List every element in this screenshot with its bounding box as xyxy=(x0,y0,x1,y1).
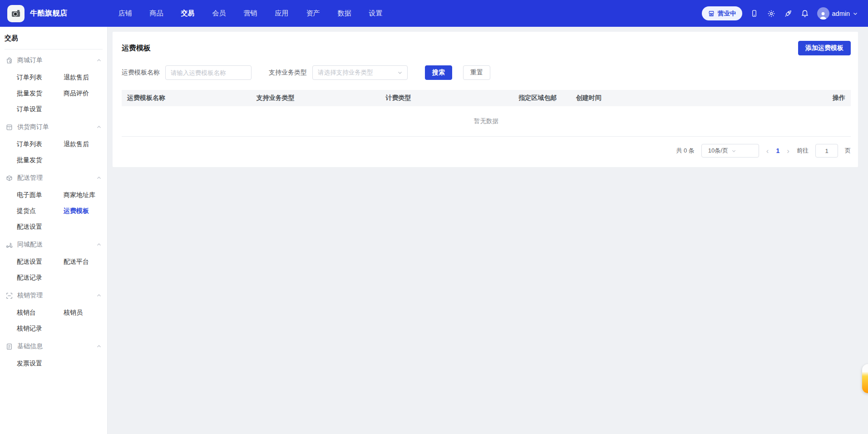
chevron-up-icon xyxy=(96,58,102,63)
column-template-name: 运费模板名称 xyxy=(127,94,256,102)
city-delivery-icon xyxy=(5,241,13,249)
prev-page-button[interactable]: ‹ xyxy=(766,147,769,155)
sidebar-group-header[interactable]: 基础信息 xyxy=(5,337,103,355)
sidebar-group-header[interactable]: 配送管理 xyxy=(5,169,103,187)
sidebar-item-delivery-records[interactable]: 配送记录 xyxy=(17,270,64,286)
add-freight-template-button[interactable]: 添加运费模板 xyxy=(798,41,851,55)
sidebar-item-invoice-settings[interactable]: 发票设置 xyxy=(17,355,64,371)
mall-order-icon xyxy=(5,57,13,64)
nav-item-goods[interactable]: 商品 xyxy=(150,9,163,18)
sidebar-group-label: 核销管理 xyxy=(17,291,43,300)
username: admin xyxy=(832,10,850,17)
freight-template-table: 运费模板名称 支持业务类型 计费类型 指定区域包邮 创建时间 操作 暂无数据 xyxy=(122,90,851,137)
column-created-time: 创建时间 xyxy=(576,94,820,102)
chevron-up-icon xyxy=(96,344,102,349)
sidebar-item-order-settings[interactable]: 订单设置 xyxy=(17,101,64,117)
column-business-type: 支持业务类型 xyxy=(256,94,386,102)
template-name-input[interactable] xyxy=(165,65,252,80)
sidebar-title: 交易 xyxy=(5,33,103,49)
bell-icon[interactable] xyxy=(800,9,809,18)
page-unit-label: 页 xyxy=(845,147,851,155)
freight-template-card: 运费模板 添加运费模板 运费模板名称 支持业务类型 请选择支持业务类型 搜索 重… xyxy=(113,32,858,167)
sidebar-group-label: 同城配送 xyxy=(17,241,43,249)
sidebar-group-mall-orders: 商城订单 订单列表 退款售后 批量发货 商品评价 订单设置 xyxy=(5,51,103,117)
storefront-icon xyxy=(708,10,715,17)
chevron-up-icon xyxy=(96,242,102,247)
table-header: 运费模板名称 支持业务类型 计费类型 指定区域包邮 创建时间 操作 xyxy=(122,90,851,106)
rocket-icon[interactable] xyxy=(784,9,793,18)
sidebar-item-delivery-platform[interactable]: 配送平台 xyxy=(64,254,103,270)
sidebar-item-refund-aftersale[interactable]: 退款售后 xyxy=(64,69,103,85)
sidebar-item-verify-desk[interactable]: 核销台 xyxy=(17,305,64,321)
nav-item-data[interactable]: 数据 xyxy=(338,9,351,18)
column-free-region: 指定区域包邮 xyxy=(518,94,576,102)
sidebar-item-goods-review[interactable]: 商品评价 xyxy=(64,85,103,101)
chevron-up-icon xyxy=(96,124,102,130)
business-type-label: 支持业务类型 xyxy=(269,69,307,77)
mobile-icon[interactable] xyxy=(750,9,759,18)
sidebar-group-label: 配送管理 xyxy=(17,174,43,182)
sidebar-group-verify-manage: 核销管理 核销台 核销员 核销记录 xyxy=(5,286,103,336)
sidebar-group-header[interactable]: 供货商订单 xyxy=(5,118,103,136)
camera-logo-icon xyxy=(10,8,21,19)
reset-button[interactable]: 重置 xyxy=(463,65,490,80)
business-type-select[interactable]: 请选择支持业务类型 xyxy=(312,65,408,80)
search-button[interactable]: 搜索 xyxy=(425,65,452,80)
sidebar-item-merchant-address[interactable]: 商家地址库 xyxy=(64,187,103,203)
next-page-button[interactable]: › xyxy=(786,147,790,155)
store-name: 牛酷旗舰店 xyxy=(30,9,68,18)
sidebar-item-verify-records[interactable]: 核销记录 xyxy=(17,321,64,336)
store-logo[interactable] xyxy=(7,5,25,22)
chevron-down-icon xyxy=(853,11,858,16)
goto-label: 前往 xyxy=(797,147,809,155)
sidebar-group-header[interactable]: 核销管理 xyxy=(5,286,103,305)
sidebar-item-supplier-refund[interactable]: 退款售后 xyxy=(64,136,103,152)
nav-item-apps[interactable]: 应用 xyxy=(275,9,289,18)
sidebar-item-delivery-settings[interactable]: 配送设置 xyxy=(17,219,64,235)
sidebar-item-order-list[interactable]: 订单列表 xyxy=(17,69,64,85)
page-size-value: 10条/页 xyxy=(708,147,731,155)
sidebar-item-verify-staff[interactable]: 核销员 xyxy=(64,305,103,321)
main-content: 运费模板 添加运费模板 运费模板名称 支持业务类型 请选择支持业务类型 搜索 重… xyxy=(108,27,868,434)
topbar-right: 营业中 xyxy=(702,6,858,20)
sidebar-group-basic-info: 基础信息 发票设置 xyxy=(5,337,103,371)
sidebar-group-city-delivery: 同城配送 配送设置 配送平台 配送记录 xyxy=(5,236,103,286)
user-menu[interactable]: admin xyxy=(817,7,858,20)
sidebar-item-supplier-order-list[interactable]: 订单列表 xyxy=(17,136,64,152)
delivery-manage-icon xyxy=(5,174,13,182)
goto-page-input[interactable] xyxy=(815,144,838,158)
chevron-up-icon xyxy=(96,175,102,181)
store-status-badge[interactable]: 营业中 xyxy=(702,6,742,20)
sidebar-item-e-waybill[interactable]: 电子面单 xyxy=(17,187,64,203)
avatar xyxy=(817,7,829,20)
nav-item-settings[interactable]: 设置 xyxy=(369,9,383,18)
column-fee-type: 计费类型 xyxy=(386,94,519,102)
sidebar-item-pickup-point[interactable]: 提货点 xyxy=(17,203,64,219)
sidebar-group-supplier-orders: 供货商订单 订单列表 退款售后 批量发货 xyxy=(5,118,103,168)
sidebar-group-header[interactable]: 同城配送 xyxy=(5,236,103,254)
sidebar-group-delivery-manage: 配送管理 电子面单 商家地址库 提货点 运费模板 配送设置 xyxy=(5,169,103,235)
sidebar-item-city-delivery-settings[interactable]: 配送设置 xyxy=(17,254,64,270)
sidebar-group-label: 基础信息 xyxy=(17,342,43,350)
current-page[interactable]: 1 xyxy=(776,147,780,154)
nav-item-assets[interactable]: 资产 xyxy=(306,9,320,18)
nav-item-members[interactable]: 会员 xyxy=(212,9,226,18)
sidebar-item-supplier-batch-ship[interactable]: 批量发货 xyxy=(17,152,64,168)
nav-item-shop[interactable]: 店铺 xyxy=(118,9,132,18)
page-size-select[interactable]: 10条/页 xyxy=(701,144,759,158)
sidebar-item-freight-template[interactable]: 运费模板 xyxy=(64,203,103,219)
sidebar-group-header[interactable]: 商城订单 xyxy=(5,51,103,69)
empty-state: 暂无数据 xyxy=(122,106,851,137)
nav-item-trade[interactable]: 交易 xyxy=(181,9,195,18)
verify-manage-icon xyxy=(5,292,13,300)
total-count: 共 0 条 xyxy=(676,147,694,155)
chevron-up-icon xyxy=(96,293,102,298)
floating-widget[interactable] xyxy=(862,364,868,393)
filter-bar: 运费模板名称 支持业务类型 请选择支持业务类型 搜索 重置 xyxy=(122,65,851,80)
basic-info-icon xyxy=(5,343,13,350)
page-title: 运费模板 xyxy=(122,44,151,53)
gear-icon[interactable] xyxy=(767,9,776,18)
nav-item-marketing[interactable]: 营销 xyxy=(244,9,257,18)
sidebar-group-label: 商城订单 xyxy=(17,56,43,64)
sidebar-item-batch-ship[interactable]: 批量发货 xyxy=(17,85,64,101)
